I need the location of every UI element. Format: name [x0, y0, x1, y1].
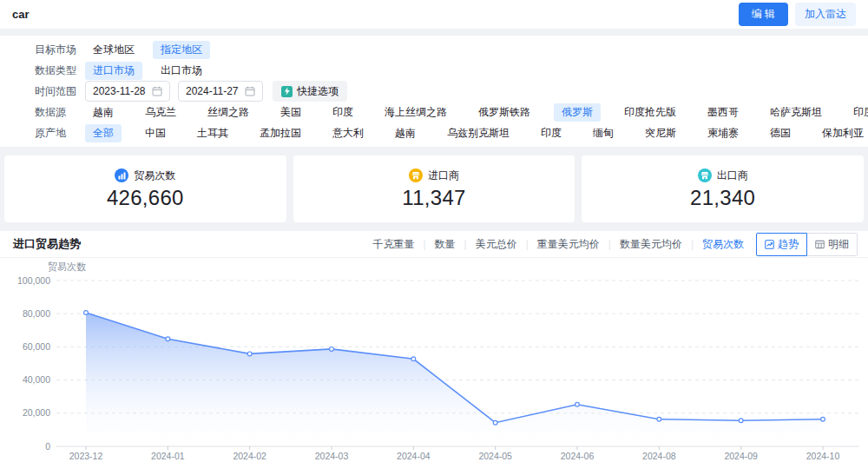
filter-option[interactable]: 意大利	[325, 124, 372, 142]
trend-chart-svg: 020,00040,00060,00080,000100,0002023-122…	[0, 254, 868, 462]
data-source-options: 越南乌克兰丝绸之路美国印度海上丝绸之路俄罗斯铁路俄罗斯印度抢先版墨西哥哈萨克斯坦…	[85, 103, 868, 122]
svg-text:20,000: 20,000	[23, 407, 50, 418]
data-type-options: 进口市场出口市场	[85, 62, 856, 80]
target-market-options: 全球地区指定地区	[85, 41, 856, 59]
metric-option[interactable]: 美元总价	[476, 237, 517, 252]
svg-text:80,000: 80,000	[23, 308, 50, 319]
bar-chart-icon	[115, 168, 128, 182]
metric-separator: |	[691, 238, 694, 250]
filter-option[interactable]: 哈萨克斯坦	[762, 103, 830, 122]
stat-card-importers: 进口商 11,347	[293, 155, 575, 222]
metric-option[interactable]: 数量	[435, 237, 456, 252]
add-to-radar-button[interactable]: 加入雷达	[795, 3, 856, 26]
filter-option[interactable]: 柬埔寨	[700, 124, 746, 142]
metric-option[interactable]: 千克重量	[372, 237, 414, 252]
filter-option[interactable]: 乌兹别克斯坦	[439, 124, 517, 142]
filter-option[interactable]: 美国	[273, 103, 309, 122]
page-title: car	[12, 8, 30, 21]
filter-option[interactable]: 德国	[762, 124, 799, 142]
filter-option[interactable]: 越南	[85, 103, 122, 122]
filter-option[interactable]: 丝绸之路	[200, 103, 257, 122]
metric-separator: |	[526, 238, 529, 250]
stat-label: 出口商	[717, 168, 748, 183]
stat-label: 贸易次数	[134, 168, 175, 183]
view-toggle: 趋势 明细	[756, 233, 858, 256]
svg-text:100,000: 100,000	[17, 275, 50, 286]
end-date-value: 2024-11-27	[186, 85, 239, 97]
svg-text:2024-09: 2024-09	[724, 451, 758, 461]
stat-card-exporters: 出口商 21,340	[582, 155, 864, 222]
filter-option[interactable]: 越南	[387, 124, 424, 142]
filter-option[interactable]: 印度抢先版	[616, 103, 684, 122]
filter-option[interactable]: 全球地区	[85, 41, 142, 59]
topbar: car 编 辑 加入雷达	[0, 0, 868, 29]
filter-option[interactable]: 乌克兰	[137, 103, 184, 122]
svg-text:2024-08: 2024-08	[642, 451, 676, 461]
detail-view-button[interactable]: 明细	[807, 233, 858, 256]
filter-option[interactable]: 进口市场	[85, 62, 142, 80]
filter-option[interactable]: 全部	[85, 124, 122, 142]
filter-option[interactable]: 缅甸	[585, 124, 621, 142]
svg-text:0: 0	[45, 441, 50, 452]
origin-options: 全部中国土耳其孟加拉国意大利越南乌兹别克斯坦印度缅甸突尼斯柬埔寨德国保加利亚葡萄…	[85, 124, 868, 142]
end-date-input[interactable]: 2024-11-27	[178, 81, 263, 102]
chart-title: 进口贸易趋势	[13, 236, 81, 252]
stat-head: 出口商	[698, 168, 748, 183]
metric-selector: 千克重量|数量|美元总价|重量美元均价|数量美元均价|贸易次数	[372, 237, 744, 252]
detail-button-label: 明细	[828, 237, 849, 252]
filter-row-data-source: 数据源 越南乌克兰丝绸之路美国印度海上丝绸之路俄罗斯铁路俄罗斯印度抢先版墨西哥哈…	[35, 102, 856, 122]
filter-row-target-market: 目标市场 全球地区指定地区	[35, 39, 856, 60]
filter-option[interactable]: 保加利亚	[814, 124, 868, 142]
svg-text:2024-06: 2024-06	[561, 451, 595, 461]
svg-text:2024-03: 2024-03	[315, 451, 349, 461]
filter-label: 数据类型	[35, 63, 85, 78]
filter-option[interactable]: 墨西哥	[700, 103, 746, 122]
filter-option[interactable]: 指定地区	[153, 41, 210, 59]
start-date-value: 2023-11-28	[93, 85, 146, 97]
metric-separator: |	[464, 238, 467, 250]
svg-text:2023-12: 2023-12	[69, 451, 103, 461]
stat-label: 进口商	[428, 168, 459, 183]
filter-label: 目标市场	[35, 43, 85, 57]
filter-panel: 目标市场 全球地区指定地区 数据类型 进口市场出口市场 时间范围 2023-11…	[0, 36, 868, 147]
chart-header: 进口贸易趋势 千克重量|数量|美元总价|重量美元均价|数量美元均价|贸易次数 趋…	[0, 231, 868, 257]
exporter-shop-icon	[698, 168, 712, 182]
start-date-input[interactable]: 2023-11-28	[85, 81, 170, 102]
metric-option[interactable]: 数量美元均价	[620, 237, 682, 252]
importer-shop-icon	[409, 168, 423, 182]
metric-option[interactable]: 重量美元均价	[537, 237, 600, 252]
filter-option[interactable]: 印度	[533, 124, 569, 142]
filter-row-time-range: 时间范围 2023-11-28 2024-11-27 快捷选项	[35, 81, 856, 102]
stat-value: 21,340	[690, 186, 755, 210]
filter-option[interactable]: 土耳其	[189, 124, 236, 142]
stat-card-trade-count: 贸易次数 426,660	[4, 155, 286, 222]
lightning-icon	[281, 86, 293, 97]
filter-option[interactable]: 出口市场	[153, 62, 210, 80]
svg-text:2024-04: 2024-04	[397, 451, 431, 461]
filter-row-data-type: 数据类型 进口市场出口市场	[35, 60, 856, 81]
filter-option[interactable]: 孟加拉国	[252, 124, 309, 142]
metric-separator: |	[608, 238, 611, 250]
svg-text:2024-02: 2024-02	[233, 451, 266, 461]
metric-option[interactable]: 贸易次数	[702, 237, 744, 252]
filter-option[interactable]: 印度尼西亚定制版	[845, 103, 868, 122]
trend-button-label: 趋势	[778, 237, 799, 252]
filter-label: 时间范围	[35, 84, 85, 99]
filter-option[interactable]: 印度	[325, 103, 361, 122]
filter-row-origin: 原产地 全部中国土耳其孟加拉国意大利越南乌兹别克斯坦印度缅甸突尼斯柬埔寨德国保加…	[35, 122, 856, 143]
filter-option[interactable]: 突尼斯	[637, 124, 684, 142]
filter-option[interactable]: 俄罗斯	[554, 103, 601, 122]
filter-option[interactable]: 海上丝绸之路	[377, 103, 455, 122]
topbar-actions: 编 辑 加入雷达	[739, 3, 856, 26]
edit-button[interactable]: 编 辑	[739, 3, 788, 26]
svg-text:2024-01: 2024-01	[151, 451, 185, 461]
metric-separator: |	[423, 238, 425, 250]
filter-option[interactable]: 中国	[137, 124, 174, 142]
filter-option[interactable]: 俄罗斯铁路	[470, 103, 538, 122]
svg-text:2024-05: 2024-05	[478, 451, 512, 461]
svg-text:60,000: 60,000	[23, 341, 50, 352]
quick-options-label: 快捷选项	[297, 84, 339, 99]
svg-text:2024-10: 2024-10	[806, 451, 840, 461]
trend-view-button[interactable]: 趋势	[756, 233, 807, 256]
quick-options-button[interactable]: 快捷选项	[273, 81, 347, 102]
